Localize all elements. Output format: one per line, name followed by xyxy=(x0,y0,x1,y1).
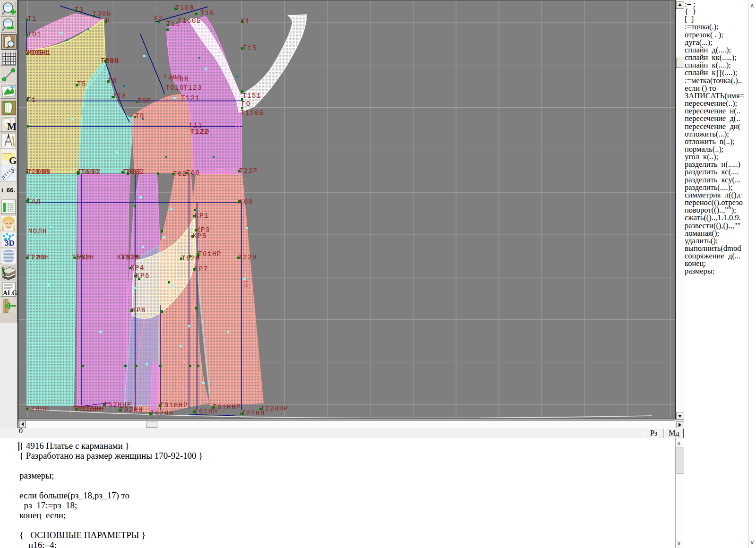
svg-text:Т20НН: Т20НН xyxy=(26,405,50,412)
svg-text:Т505: Т505 xyxy=(81,168,100,176)
svg-text:ALG: ALG xyxy=(3,290,17,297)
svg-text:ТО1: ТО1 xyxy=(27,31,42,38)
svg-text:Т200В: Т200В xyxy=(27,168,51,176)
svg-text:МООН1: МООН1 xyxy=(27,49,51,57)
svg-text:КТ92Н: КТ92Н xyxy=(117,254,141,261)
svg-text:Т10В: Т10В xyxy=(170,76,189,83)
svg-text:КР7: КР7 xyxy=(194,265,208,273)
svg-text:G: G xyxy=(9,155,17,165)
svg-text:С: С xyxy=(233,124,241,128)
svg-text:Т150Б: Т150Б xyxy=(241,109,264,117)
svg-text:Т92НН: Т92НН xyxy=(120,406,143,414)
svg-text:i_66.: i_66. xyxy=(1,187,15,194)
svg-text:M: M xyxy=(7,121,17,132)
svg-text:Х1: Х1 xyxy=(241,17,250,25)
svg-text:Т5: Т5 xyxy=(77,80,86,88)
svg-text:Т151: Т151 xyxy=(242,92,261,100)
svg-text:Т16: Т16 xyxy=(200,9,215,17)
svg-text:КР8: КР8 xyxy=(132,307,146,314)
svg-text:КР1: КР1 xyxy=(195,212,209,220)
svg-text:Т22Р: Т22Р xyxy=(239,167,258,175)
svg-text:3D: 3D xyxy=(5,239,15,248)
svg-text:Т123: Т123 xyxy=(183,84,202,92)
svg-text:Т62НН: Т62НН xyxy=(150,410,174,417)
svg-text:МОЛН: МОЛН xyxy=(28,228,47,235)
svg-text:Т1: Т1 xyxy=(27,15,37,23)
svg-text:К: К xyxy=(106,17,111,25)
svg-text:Т515НН: Т515НН xyxy=(76,405,104,413)
svg-text:Т66: Т66 xyxy=(186,169,200,177)
svg-text:1М: 1М xyxy=(242,280,249,287)
svg-text:7: 7 xyxy=(2,175,5,181)
svg-text:Т22ННР: Т22ННР xyxy=(260,405,289,412)
svg-text:Т160: Т160 xyxy=(175,4,194,12)
svg-text:КР5: КР5 xyxy=(193,232,207,240)
svg-text:Т61ННР: Т61ННР xyxy=(213,403,241,411)
svg-text:Т30Б: Т30Б xyxy=(93,10,112,17)
svg-text:Т3: Т3 xyxy=(75,6,84,14)
svg-text:КР6: КР6 xyxy=(136,272,150,280)
svg-text:Т22Н: Т22Н xyxy=(238,254,257,261)
svg-text:Г1: Г1 xyxy=(27,96,36,104)
svg-text:Т9В2: Т9В2 xyxy=(126,168,145,176)
svg-text:Т9: Т9 xyxy=(135,112,145,120)
svg-text:ТО1О: ТО1О xyxy=(165,84,184,92)
svg-text:Т121: Т121 xyxy=(181,94,200,102)
svg-text:ТТ20Н: ТТ20Н xyxy=(26,254,50,261)
svg-text:ГО: ГО xyxy=(241,100,251,108)
svg-text:Т15: Т15 xyxy=(243,44,257,52)
svg-text:ТТ8: ТТ8 xyxy=(112,93,127,100)
svg-text:Т62Н: Т62Н xyxy=(181,255,200,262)
svg-text:Т91ННР: Т91ННР xyxy=(160,402,188,409)
svg-text:Т8Н: Т8Н xyxy=(105,57,119,65)
svg-text:Т61НР: Т61НР xyxy=(198,250,222,258)
svg-text:КР4: КР4 xyxy=(130,264,145,272)
svg-text:Т9П: Т9П xyxy=(137,97,152,105)
svg-text:Т62: Т62 xyxy=(173,170,187,178)
svg-text:8: 8 xyxy=(11,167,15,174)
svg-text:Х2: Х2 xyxy=(154,15,163,22)
svg-text:Х00: Х00 xyxy=(239,198,253,206)
svg-text:Т52Н: Т52Н xyxy=(76,254,94,261)
svg-text:ТАЛ: ТАЛ xyxy=(27,198,41,206)
svg-text:Т160Б: Т160Б xyxy=(178,17,201,25)
svg-text:Т120: Т120 xyxy=(191,128,210,136)
svg-text:Т8: Т8 xyxy=(108,77,117,85)
